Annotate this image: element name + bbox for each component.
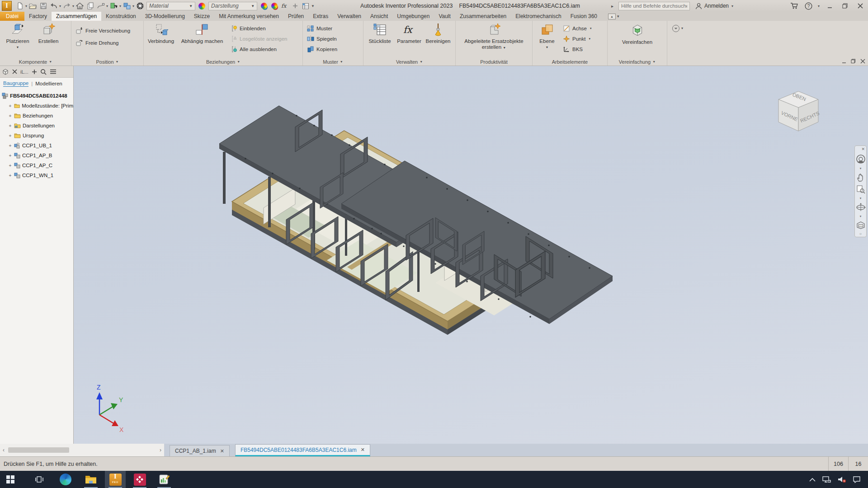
doc-close-icon[interactable] [860, 59, 865, 64]
expander-icon[interactable]: + [8, 143, 12, 148]
muster-button[interactable]: Muster [304, 23, 340, 33]
expander-icon[interactable]: + [8, 173, 12, 178]
home-button[interactable] [75, 1, 85, 11]
freie-verschiebung-button[interactable]: Freie Verschiebung [73, 24, 133, 37]
signin-button[interactable]: Anmelden ▾ [695, 3, 734, 9]
browser-close-icon[interactable] [12, 69, 17, 74]
expander-icon[interactable]: + [8, 103, 12, 108]
tree-item-ccp1-ub-1[interactable]: + CCP1_UB_1 [0, 141, 73, 150]
tab-factory[interactable]: Factory [24, 12, 52, 21]
verbindung-button[interactable]: Verbindung [145, 22, 177, 58]
network-icon[interactable] [822, 476, 831, 483]
help-caret-icon[interactable]: ▾ [818, 4, 820, 8]
redo-button[interactable] [62, 1, 71, 11]
expander-icon[interactable]: + [8, 113, 12, 118]
store-button[interactable] [790, 1, 799, 11]
panel-label-position[interactable]: Position▼ [71, 58, 143, 66]
tree-item-ursprung[interactable]: + Ursprung [0, 131, 73, 141]
undo-button[interactable] [49, 1, 58, 11]
doc-minimize-icon[interactable] [842, 59, 846, 64]
freeform-caret-icon[interactable]: ▾ [106, 4, 108, 8]
assembly-doc-icon[interactable] [2, 68, 9, 75]
orbit-icon[interactable] [856, 203, 866, 212]
tray-expand-icon[interactable] [809, 478, 816, 482]
erstellen-button[interactable]: Erstellen [34, 22, 63, 58]
zoom-window-icon[interactable] [856, 185, 865, 194]
kopieren-button[interactable]: Kopieren [304, 44, 340, 54]
component-select-button[interactable] [109, 1, 118, 11]
help-search-input[interactable] [618, 2, 690, 10]
expander-icon[interactable]: + [8, 133, 12, 138]
minimize-button[interactable] [824, 1, 835, 10]
alle-ausblenden-button[interactable]: Alle ausblenden [227, 44, 299, 54]
render-button[interactable] [135, 1, 145, 11]
qat-overflow-caret-icon[interactable]: ▼ [311, 4, 315, 8]
panel-label-arbeitselemente[interactable]: Arbeitselemente [533, 58, 607, 66]
expander-icon[interactable]: + [8, 153, 12, 158]
volume-muted-icon[interactable] [837, 476, 846, 483]
tree-item-beziehungen[interactable]: + Beziehungen [0, 111, 73, 121]
color-wheel-button[interactable] [197, 1, 207, 11]
browser-tab-baugruppe[interactable]: Baugruppe [3, 80, 28, 87]
tab-verwalten[interactable]: Verwalten [333, 12, 366, 21]
start-button[interactable] [0, 471, 21, 488]
panel-label-verwalten[interactable]: Verwalten▼ [363, 58, 455, 66]
stueckliste-button[interactable]: Stückliste [365, 22, 395, 58]
tab-elektromechanisch[interactable]: Elektromechanisch [511, 12, 566, 21]
inventor-taskbar-button[interactable]: IPRO [105, 471, 126, 488]
ersatzobjekte-button[interactable]: Abgeleitete Ersatzobjekte erstellen ▼ [458, 22, 530, 58]
navbar-more-icon[interactable]: ○ [859, 232, 862, 236]
tree-item-ccp1-ap-c[interactable]: + CCP1_AP_C [0, 160, 73, 170]
notes-app-button[interactable] [154, 471, 175, 488]
redo-caret-icon[interactable]: ▾ [72, 4, 74, 8]
doc-tab-close-icon[interactable]: ✕ [361, 447, 365, 453]
browser-tab-modellieren[interactable]: Modellieren [35, 81, 62, 86]
abhaengig-machen-button[interactable]: Abhängig machen [177, 22, 227, 58]
bereinigen-button[interactable]: Bereinigen [424, 22, 453, 58]
panel-label-vereinfachung[interactable]: Vereinfachung▼ [608, 58, 667, 66]
panel-label-produktivitaet[interactable]: Produktivität [456, 58, 532, 66]
tab-3d-modellierung[interactable]: 3D-Modellierung [141, 12, 189, 21]
scroll-left-icon[interactable]: ‹ [3, 447, 5, 453]
ebene-button[interactable]: Ebene ▼ [534, 22, 560, 58]
tree-item-ccp1-wn-1[interactable]: + CCP1_WN_1 [0, 170, 73, 180]
tab-umgebungen[interactable]: Umgebungen [392, 12, 434, 21]
ribbon-collapse-button[interactable]: ▲▾ [608, 12, 619, 21]
3d-model-canvas[interactable]: Z Y X [74, 66, 868, 444]
tab-datei[interactable]: Datei [0, 12, 24, 21]
freie-drehung-button[interactable]: Freie Drehung [73, 37, 133, 49]
navbar-close-icon[interactable]: ✕ [861, 147, 865, 151]
tree-item-modellzustaende[interactable]: + Modellzustände: [Prim [0, 101, 73, 111]
viewcube[interactable]: OBEN VORNE RECHTS [775, 89, 822, 135]
component-select-caret-icon[interactable]: ▾ [119, 4, 121, 8]
navbar-caret-icon[interactable]: ▾ [860, 167, 862, 170]
tab-fusion360[interactable]: Fusion 360 [566, 12, 602, 21]
look-at-icon[interactable] [856, 221, 865, 229]
open-button[interactable] [28, 1, 38, 11]
navigation-wheel-icon[interactable] [856, 154, 866, 164]
restore-button[interactable] [839, 1, 851, 10]
undo-caret-icon[interactable]: ▾ [59, 4, 61, 8]
doc-tab-ccp1-ab-1[interactable]: CCP1_AB_1.iam✕ [170, 445, 230, 456]
tab-vault[interactable]: Vault [434, 12, 455, 21]
tree-root[interactable]: FB5494DC5ABE012448 [0, 91, 73, 101]
pan-hand-icon[interactable] [856, 173, 865, 182]
expander-icon[interactable]: + [8, 123, 12, 128]
new-file-button[interactable] [15, 1, 24, 11]
inventor-logo-icon[interactable]: I [2, 1, 12, 11]
red-app-button[interactable] [129, 471, 150, 488]
tab-pruefen[interactable]: Prüfen [283, 12, 308, 21]
bks-button[interactable]: BKS [560, 44, 605, 54]
file-explorer-button[interactable] [80, 471, 101, 488]
bom-quick-button[interactable] [301, 1, 310, 11]
platzieren-button[interactable]: Platzieren ▼ [1, 22, 34, 58]
help-button[interactable]: ? [804, 1, 813, 11]
browser-menu-icon[interactable] [50, 69, 57, 74]
parameter-button[interactable]: fx Parameter [395, 22, 424, 58]
graphics-window[interactable]: Z Y X OBEN VORNE RECHTS ✕ ▾ ▾ ▾ ○ [74, 66, 868, 444]
browser-add-icon[interactable] [32, 69, 37, 75]
action-center-icon[interactable] [853, 476, 861, 483]
add-quick-button[interactable] [290, 1, 300, 11]
appearance-clear-button[interactable] [269, 1, 279, 11]
new-file-caret-icon[interactable]: ▾ [25, 4, 27, 8]
